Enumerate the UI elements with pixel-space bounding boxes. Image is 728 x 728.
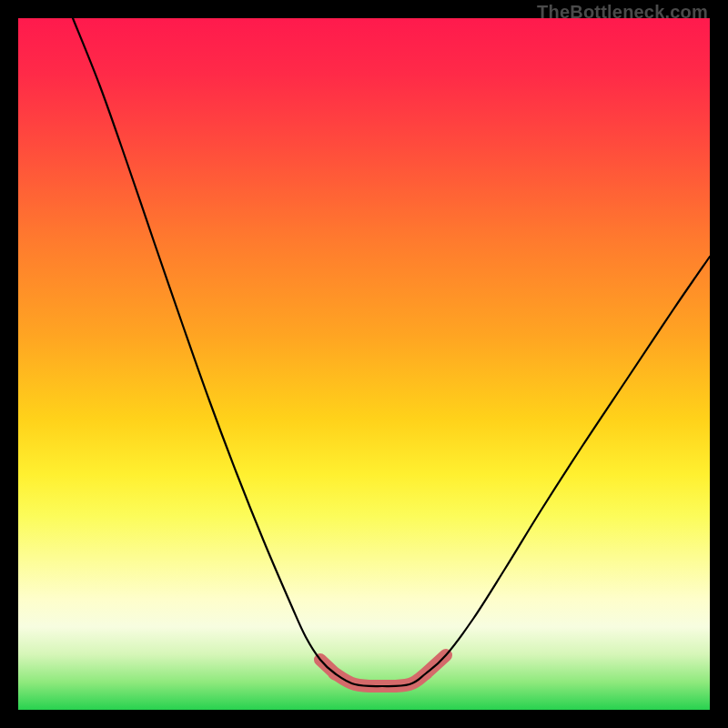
curve-plot [18, 18, 710, 710]
bottleneck-curve [73, 18, 710, 686]
chart-frame: TheBottleneck.com [0, 0, 728, 728]
watermark-text: TheBottleneck.com [537, 2, 708, 23]
trough-highlight [320, 655, 446, 686]
